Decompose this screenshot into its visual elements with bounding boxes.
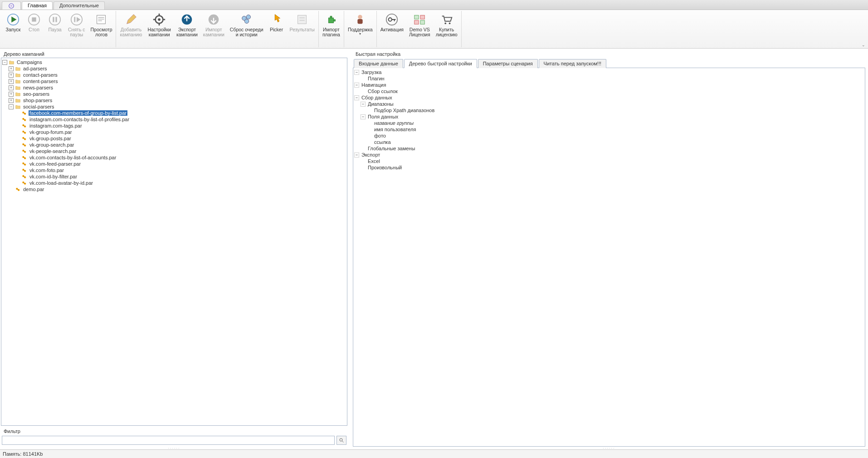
tree-label: shop-parsers (22, 98, 53, 103)
support-button[interactable]: Поддержка ▾ (345, 11, 375, 47)
campaigns-tree-box[interactable]: −Campaigns+ad-parsers+contact-parsers+co… (1, 58, 347, 426)
import-plugin-button[interactable]: Импорт плагина (320, 11, 343, 47)
tree-node[interactable]: −Диапазоны (360, 101, 865, 107)
tree-file[interactable]: vk.com-feed-parser.par (14, 161, 347, 167)
filter-title: Фильтр (1, 428, 347, 435)
tree-node[interactable]: имя пользователя (366, 126, 865, 133)
tree-file[interactable]: vk.com-foto.par (14, 167, 347, 173)
gear-icon (152, 13, 166, 26)
tree-label: Сбор ссылок (367, 89, 399, 94)
tree-label: facebook.com-members-of-group-by-list.pa… (29, 110, 127, 116)
export-campaign-button[interactable]: Экспорт кампании (174, 11, 200, 47)
svg-point-26 (244, 19, 249, 23)
tree-folder[interactable]: +news-parsers (8, 84, 347, 91)
svg-rect-37 (420, 15, 424, 19)
tree-node[interactable]: фото (366, 133, 865, 139)
parser-file-icon (21, 180, 27, 186)
reset-icon (240, 13, 254, 26)
tree-file[interactable]: vk.com-load-avatar-by-id.par (14, 180, 347, 186)
tree-file[interactable]: vk-group-posts.par (14, 135, 347, 142)
tree-file[interactable]: demo.par (8, 186, 347, 192)
svg-rect-7 (53, 17, 54, 22)
picker-button[interactable]: Picker (266, 11, 287, 47)
tree-file[interactable]: instagram.com-contacts-by-list-of-profil… (14, 116, 347, 123)
reset-queue-button[interactable]: Сброс очереди и истории (227, 11, 266, 47)
tree-node[interactable]: Плагин (360, 75, 865, 82)
tree-node[interactable]: −Экспорт (353, 152, 865, 158)
cart-icon (440, 13, 454, 26)
tree-node-root[interactable]: −Campaigns (1, 59, 347, 65)
tree-label: vk-group-posts.par (29, 136, 72, 141)
svg-rect-36 (414, 15, 419, 19)
tree-label: vk.com-load-avatar-by-id.par (29, 180, 94, 186)
tree-node[interactable]: Произвольный (360, 164, 865, 171)
tree-file[interactable]: vk-group-forum.par (14, 129, 347, 135)
compare-icon (413, 13, 426, 26)
activation-button[interactable]: Активация (378, 11, 406, 47)
buy-license-button[interactable]: Купить лицензию (433, 11, 460, 47)
chevron-down-icon[interactable]: ▾ (359, 33, 361, 35)
stop-icon (27, 13, 41, 26)
campaigns-panel: Дерево кампаний −Campaigns+ad-parsers+co… (1, 50, 347, 449)
filter-search-button[interactable] (336, 436, 346, 445)
tree-label: vk-people-search.par (29, 148, 77, 154)
window-tabs: Главная Дополнительные (0, 0, 868, 10)
tree-folder[interactable]: +contact-parsers (8, 72, 347, 78)
tree-node[interactable]: ссылка (366, 139, 865, 145)
parser-file-icon (21, 155, 27, 161)
tree-node[interactable]: −Поля данных (360, 113, 865, 120)
view-logs-button[interactable]: Просмотр логов (88, 11, 115, 47)
tree-file[interactable]: vk.com-contacts-by-list-of-accounts.par (14, 154, 347, 161)
quick-tab[interactable]: Читать перед запуском!!! (539, 59, 606, 68)
tree-label: news-parsers (22, 85, 54, 90)
svg-rect-8 (55, 17, 57, 22)
start-button[interactable]: Запуск (3, 11, 24, 47)
app-icon[interactable] (2, 1, 21, 10)
logs-icon (94, 13, 108, 26)
tree-node[interactable]: название группы (366, 120, 865, 126)
tree-label: Поля данных (367, 114, 399, 119)
tree-folder[interactable]: +shop-parsers (8, 97, 347, 103)
tree-file[interactable]: vk-group-search.par (14, 142, 347, 148)
tree-node[interactable]: −Загрузка (353, 69, 865, 75)
tree-label: Глобальные замены (367, 146, 416, 151)
tree-folder[interactable]: +content-parsers (8, 78, 347, 84)
tree-label: contact-parsers (22, 72, 59, 78)
filter-input[interactable] (2, 436, 335, 445)
tree-folder[interactable]: +ad-parsers (8, 65, 347, 72)
quick-tab[interactable]: Дерево быстрой настройки (404, 59, 477, 68)
tree-node[interactable]: Глобальные замены (360, 145, 865, 152)
tree-node[interactable]: Подбор Xpath диапазонов (366, 107, 865, 113)
picker-icon (270, 13, 283, 26)
parser-file-icon (21, 110, 27, 116)
tree-folder[interactable]: −social-parsers (8, 103, 347, 110)
support-icon (353, 13, 367, 26)
quick-tab[interactable]: Входные данные (354, 59, 403, 68)
tree-node[interactable]: −Сбор данных (353, 94, 865, 101)
parser-file-icon (21, 148, 27, 154)
folder-icon (15, 104, 21, 110)
tab-main[interactable]: Главная (22, 1, 53, 10)
tree-file[interactable]: instagram.com-tags.par (14, 123, 347, 129)
quick-settings-tree-box[interactable]: −ЗагрузкаПлагин−НавигацияСбор ссылок−Сбо… (353, 68, 865, 447)
tree-node[interactable]: Excel (360, 158, 865, 164)
tree-node[interactable]: Сбор ссылок (360, 88, 865, 94)
svg-rect-5 (32, 17, 36, 21)
folder-icon (15, 66, 21, 72)
tree-label: ссылка (373, 139, 392, 145)
folder-icon (15, 91, 21, 97)
ribbon-expand-icon[interactable]: ⌄ (862, 43, 865, 47)
tree-label: social-parsers (22, 104, 55, 109)
tree-label: Экспорт (361, 152, 381, 158)
parser-file-icon (21, 136, 27, 142)
tab-extra[interactable]: Дополнительные (54, 1, 105, 10)
tree-file[interactable]: vk.com-id-by-filter.par (14, 173, 347, 180)
tree-folder[interactable]: +seo-parsers (8, 91, 347, 97)
tree-node[interactable]: −Навигация (353, 82, 865, 88)
tree-label: Плагин (367, 76, 385, 81)
tree-file[interactable]: vk-people-search.par (14, 148, 347, 154)
campaign-settings-button[interactable]: Настройки кампании (145, 11, 174, 47)
demo-vs-license-button[interactable]: Demo VS Лицензия (406, 11, 433, 47)
tree-file[interactable]: facebook.com-members-of-group-by-list.pa… (14, 110, 347, 116)
quick-tab[interactable]: Параметры сценария (478, 59, 538, 68)
